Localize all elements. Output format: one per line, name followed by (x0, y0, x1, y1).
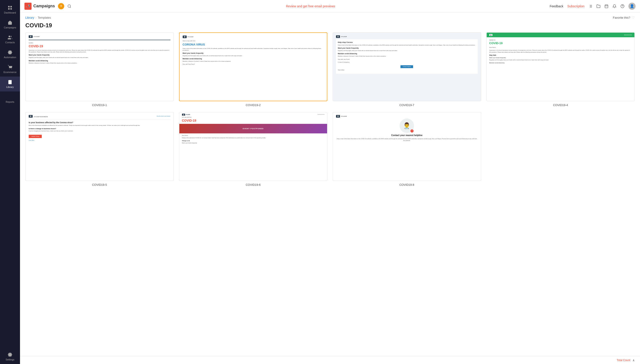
sidebar-item-ecommerce[interactable]: Ecommerce (0, 62, 20, 76)
svg-rect-20 (605, 5, 608, 8)
sidebar: Dashboard Campaigns Contacts Automation … (0, 0, 20, 364)
svg-point-7 (11, 69, 12, 69)
heart-icon[interactable]: ♡ (631, 16, 635, 20)
topnav: 📣 Campaigns + Review and get free email … (20, 0, 640, 12)
sidebar-item-label: Settings (6, 358, 15, 361)
svg-point-6 (9, 69, 10, 69)
template-card-covid19-1[interactable]: ZYLKER Update: COVID-19 Awareness is of … (25, 32, 174, 107)
breadcrumb-parent[interactable]: Library (25, 16, 34, 19)
sidebar-item-label: Contacts (5, 41, 15, 44)
collapse-icon[interactable]: ∧ (632, 358, 635, 362)
campaigns-icon (8, 20, 13, 25)
svg-point-4 (9, 36, 10, 37)
calendar-icon[interactable] (604, 4, 608, 8)
dashboard-icon (8, 5, 13, 10)
reports-icon (8, 94, 13, 100)
app-title: Campaigns (33, 4, 55, 8)
sidebar-item-label: Automation (4, 56, 16, 58)
template-preview-covid19-5[interactable]: ZYLKER BUSINESS View this email in your … (25, 112, 174, 181)
template-name-covid19-8: COVID19-8 (399, 183, 414, 186)
sidebar-item-campaigns[interactable]: Campaigns (0, 17, 20, 32)
sidebar-item-label: Ecommerce (4, 71, 17, 74)
sidebar-item-dashboard[interactable]: Dashboard (0, 2, 20, 17)
svg-rect-3 (11, 8, 12, 10)
template-card-covid19-8[interactable]: ZYLKER 👨‍⚕️ + Contact your nearest helpl… (333, 112, 481, 186)
template-preview-covid19-6[interactable]: ZYLKER #preventcorona Let's stay safe fr… (179, 112, 328, 181)
svg-rect-2 (8, 8, 10, 10)
topnav-right: Feedback Subscription 👤 (550, 3, 635, 10)
svg-rect-30 (31, 116, 31, 117)
template-grid: ZYLKER Update: COVID-19 Awareness is of … (20, 32, 640, 112)
template-preview-covid19-2[interactable]: ZYLKER How to stay safe from CORONA VIRU… (179, 32, 328, 101)
sidebar-item-label: Library (6, 86, 14, 88)
svg-line-13 (70, 7, 71, 8)
feedback-link[interactable]: Feedback (550, 4, 563, 8)
library-icon (8, 80, 13, 84)
topnav-center: Review and get free email previews (74, 4, 546, 8)
logo-icon: 📣 (25, 3, 32, 10)
content-area: Library › Templates Favorite this? ♡ COV… (20, 12, 640, 356)
main-area: 📣 Campaigns + Review and get free email … (20, 0, 640, 364)
status-bar: Total Count ∧ (20, 356, 640, 364)
help-icon[interactable] (620, 4, 624, 8)
search-icon[interactable] (67, 4, 71, 8)
sidebar-item-label: Campaigns (4, 26, 16, 29)
svg-rect-31 (183, 115, 184, 116)
template-preview-covid19-7[interactable]: ZYLKER Help stop Corona Keep a track of … (333, 32, 481, 101)
review-link[interactable]: Review and get free email previews (286, 4, 335, 8)
user-avatar[interactable]: 👤 (628, 3, 635, 10)
svg-rect-32 (338, 116, 338, 117)
settings-icon (8, 352, 13, 357)
sidebar-item-library[interactable]: Library (0, 76, 20, 92)
template-card-covid19-2[interactable]: ZYLKER How to stay safe from CORONA VIRU… (179, 32, 328, 107)
favorite-label: Favorite this? (613, 16, 630, 19)
template-name-covid19-2: COVID19-2 (246, 104, 261, 107)
app-logo: 📣 Campaigns (25, 3, 55, 10)
template-name-covid19-5: COVID19-5 (92, 183, 107, 186)
template-preview-covid19-1[interactable]: ZYLKER Update: COVID-19 Awareness is of … (25, 32, 174, 101)
template-name-covid19-6: COVID19-6 (246, 183, 261, 186)
bell-icon[interactable] (612, 4, 616, 8)
template-card-covid19-6[interactable]: ZYLKER #preventcorona Let's stay safe fr… (179, 112, 328, 186)
template-card-covid19-4[interactable]: #preventcorona Update on COVID-19 Dear P… (486, 32, 635, 107)
sidebar-item-label: Dashboard (4, 11, 16, 14)
svg-rect-26 (31, 36, 31, 37)
svg-rect-1 (11, 6, 12, 7)
total-count-label: Total Count (617, 359, 630, 362)
sidebar-item-label: Reports (6, 100, 15, 103)
breadcrumb: Library › Templates (25, 16, 51, 19)
breadcrumb-separator: › (36, 16, 37, 19)
svg-rect-27 (184, 37, 185, 38)
template-preview-covid19-4[interactable]: #preventcorona Update on COVID-19 Dear P… (486, 32, 635, 101)
template-card-covid19-5[interactable]: ZYLKER BUSINESS View this email in your … (25, 112, 174, 186)
page-title: COVID-19 (25, 22, 52, 29)
folder-icon[interactable] (596, 4, 600, 8)
template-name-covid19-4: COVID19-4 (553, 104, 568, 107)
template-card-covid19-7[interactable]: ZYLKER Help stop Corona Keep a track of … (333, 32, 481, 107)
sidebar-item-automation[interactable]: Automation (0, 47, 20, 62)
template-name-covid19-1: COVID19-1 (92, 104, 107, 107)
template-grid-row2: ZYLKER BUSINESS View this email in your … (20, 112, 640, 192)
lists-icon[interactable] (588, 4, 592, 8)
template-card-empty (486, 112, 635, 186)
breadcrumb-current: Templates (38, 16, 51, 19)
ecommerce-icon (8, 65, 13, 70)
contacts-icon (8, 35, 13, 40)
svg-point-12 (68, 5, 70, 7)
svg-rect-29 (490, 35, 491, 36)
template-preview-covid19-8[interactable]: ZYLKER 👨‍⚕️ + Contact your nearest helpl… (333, 112, 481, 181)
sidebar-item-contacts[interactable]: Contacts (0, 32, 20, 47)
sidebar-item-settings[interactable]: Settings (0, 349, 20, 364)
sidebar-item-reports[interactable]: Reports (0, 92, 20, 106)
subscription-link[interactable]: Subscription (567, 4, 584, 8)
page-title-row: COVID-19 (20, 20, 640, 32)
new-campaign-button[interactable]: + (58, 3, 64, 9)
automation-icon (8, 50, 13, 55)
template-name-covid19-7: COVID19-7 (399, 104, 414, 107)
svg-rect-0 (8, 6, 10, 7)
svg-rect-28 (338, 36, 338, 37)
